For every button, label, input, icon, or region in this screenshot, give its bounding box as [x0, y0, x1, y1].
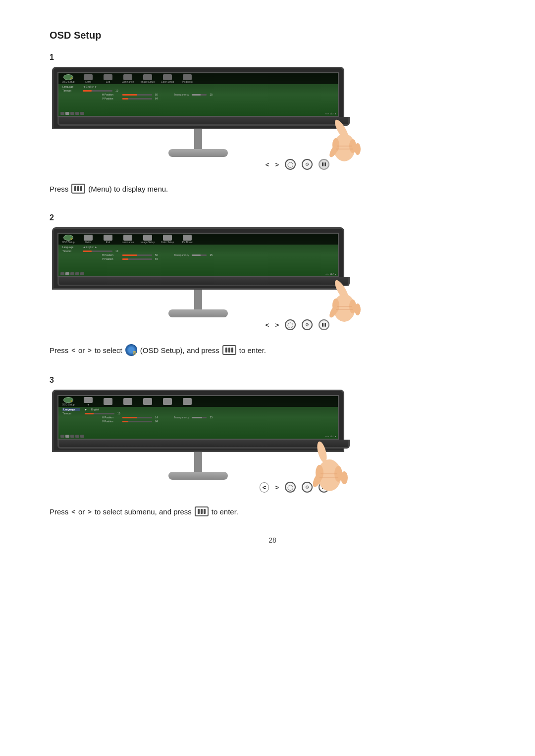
gear-btn-2: ⚙ — [302, 319, 313, 330]
monitor-1-buttons: < > ◯ ⚙ — [52, 159, 344, 170]
hand-1 — [322, 113, 367, 169]
monitor-3-stand-base — [168, 472, 228, 480]
osd-icon-image-setup: Image Setup — [141, 74, 155, 83]
osd-icon3-5 — [141, 397, 155, 406]
monitor-2-screen: ⚙ OSD Setup Extra Exit — [57, 233, 339, 277]
osd-icon2-exit: Exit — [101, 235, 115, 244]
monitor-2: ⚙ OSD Setup Extra Exit — [50, 227, 347, 330]
osd-icon-extra: Extra — [81, 74, 95, 83]
osd-bottom-3: ◄ ► ⏻ ⚙ ▦ — [60, 435, 336, 438]
gear-btn-1: ⚙ — [302, 159, 313, 170]
monitor-3-bezel-bottom — [57, 440, 350, 449]
hand-3 — [307, 433, 357, 499]
osd-settings-3: Language ► English Timeout 10 H Position — [62, 408, 334, 424]
step-3-number: 3 — [50, 376, 495, 385]
osd-row2-language: Language ◄ English ► — [62, 246, 334, 249]
monitor-2-outer: ⚙ OSD Setup Extra Exit — [52, 227, 344, 290]
osd-settings-1: Language ◄ English ► Timeout 10 H Positi… — [62, 85, 334, 101]
osd-row2-vpos: V Position 84 — [102, 257, 334, 260]
hand-svg-1 — [322, 113, 367, 167]
step-1-number: 1 — [50, 53, 495, 62]
osd-icon2-osdsetup: ⚙ OSD Setup — [61, 235, 75, 244]
osd-icon3-2: ◄ — [81, 397, 95, 406]
monitor-2-stand-neck — [194, 290, 202, 309]
step-2-monitor-illustration: ⚙ OSD Setup Extra Exit — [50, 227, 396, 339]
monitor-2-buttons: < > ◯ ⚙ — [52, 319, 344, 330]
osd-row-hposition: H Position 50 Transparency 25 — [102, 93, 334, 96]
svg-point-12 — [355, 303, 361, 315]
osd-settings-2: Language ◄ English ► Timeout 10 H Positi… — [62, 246, 334, 261]
less-than-btn-3: < — [260, 482, 269, 493]
monitor-1-outer: ⚙ OSD Setup Extra Exit — [52, 67, 344, 129]
osd-icon2-luminance: Luminance — [121, 235, 135, 244]
step-2-instruction: Press < or > to select (OSD Setup), and … — [50, 344, 495, 356]
monitor-1-stand-neck — [194, 129, 202, 149]
monitor-3-stand-neck — [194, 452, 202, 472]
greater-than-btn-2: > — [275, 321, 279, 329]
step-1-instruction: Press (Menu) to display menu. — [50, 184, 495, 194]
step-3-greater-than: > — [88, 508, 92, 515]
osd-icon-osdsetup: ⚙ OSD Setup — [61, 74, 75, 83]
osd-row3-timeout: Timeout 10 — [62, 412, 334, 415]
osd-bar-3: ⚙ OSD Setup ◄ — [58, 396, 338, 407]
step-2-press-text: Press — [50, 346, 68, 354]
step-2-less-than: < — [71, 347, 75, 354]
menu-icon-1 — [71, 184, 85, 194]
osd-row-vposition: V Position 84 — [102, 97, 334, 100]
step-2-greater-than: > — [88, 347, 92, 354]
osd-setup-icon-2 — [125, 344, 137, 356]
osd-icon3-4 — [121, 397, 135, 406]
osd-icon3-7 — [180, 397, 194, 406]
osd-icon2-pic: Pic Boost — [180, 235, 194, 244]
osd-icon3-3 — [101, 397, 115, 406]
osd-bar-2: ⚙ OSD Setup Extra Exit — [58, 234, 338, 245]
menu-icon-3 — [195, 506, 209, 516]
step-1-instruction-rest: (Menu) to display menu. — [88, 185, 168, 193]
osd-bottom-1: ◄ ► ⏻ ⚙ ▦ — [60, 112, 336, 115]
less-than-btn-2: < — [266, 321, 269, 329]
step-1-press-text: Press — [50, 185, 68, 193]
power-btn-2: ◯ — [285, 319, 296, 330]
hand-svg-2 — [322, 273, 367, 328]
monitor-2-stand-base — [168, 309, 228, 317]
monitor-3: ⚙ OSD Setup ◄ — [50, 390, 347, 493]
greater-than-btn-3: > — [275, 484, 279, 491]
step-1-section: 1 ⚙ OSD Setup Extra — [50, 53, 495, 194]
osd-row2-timeout: Timeout 10 — [62, 250, 334, 252]
osd-bar-1: ⚙ OSD Setup Extra Exit — [58, 73, 338, 84]
osd-icon2-color: Color Setup — [160, 235, 174, 244]
osd-icon2-extra: Extra — [81, 235, 95, 244]
osd-row3-vpos: V Position 84 — [102, 420, 334, 423]
hand-2 — [322, 273, 367, 329]
power-btn-3: ◯ — [285, 482, 296, 493]
osd-icon-exit: Exit — [101, 74, 115, 83]
osd-icon-pic-boost: Pic Boost — [180, 74, 194, 83]
step-2-number: 2 — [50, 213, 495, 222]
monitor-1-stand-base — [168, 149, 228, 157]
osd-icon2-image: Image Setup — [141, 235, 155, 244]
less-than-btn-1: < — [266, 161, 269, 168]
step-3-less-than: < — [71, 508, 75, 515]
monitor-1-screen: ⚙ OSD Setup Extra Exit — [57, 72, 339, 117]
step-2-section: 2 ⚙ OSD Setup Extra — [50, 213, 495, 356]
osd-bottom-2: ◄ ► ⏻ ⚙ ▦ — [60, 272, 336, 275]
monitor-2-bezel-bottom — [57, 277, 350, 286]
greater-than-btn-1: > — [275, 161, 279, 168]
step-1-monitor-illustration: ⚙ OSD Setup Extra Exit — [50, 67, 396, 179]
monitor-1-bezel-bottom — [57, 117, 350, 126]
monitor-3-screen: ⚙ OSD Setup ◄ — [57, 395, 339, 440]
osd-row-language: Language ◄ English ► — [62, 85, 334, 88]
page-title: OSD Setup — [50, 30, 495, 41]
osd-row3-hpos: H Position 14 Transparency 25 — [102, 416, 334, 419]
step-3-monitor-illustration: ⚙ OSD Setup ◄ — [50, 390, 396, 502]
monitor-1: ⚙ OSD Setup Extra Exit — [50, 67, 347, 170]
step-3-instruction: Press < or > to select submenu, and pres… — [50, 506, 495, 516]
osd-icon3-6 — [160, 397, 174, 406]
step-3-press-text: Press — [50, 507, 68, 516]
osd-row-timeout: Timeout 10 — [62, 89, 334, 92]
monitor-3-outer: ⚙ OSD Setup ◄ — [52, 390, 344, 452]
power-btn-1: ◯ — [285, 159, 296, 170]
svg-point-20 — [341, 471, 348, 484]
osd-row2-hpos: H Position 50 Transparency 25 — [102, 253, 334, 256]
osd-row3-language: Language ► English — [62, 408, 334, 411]
